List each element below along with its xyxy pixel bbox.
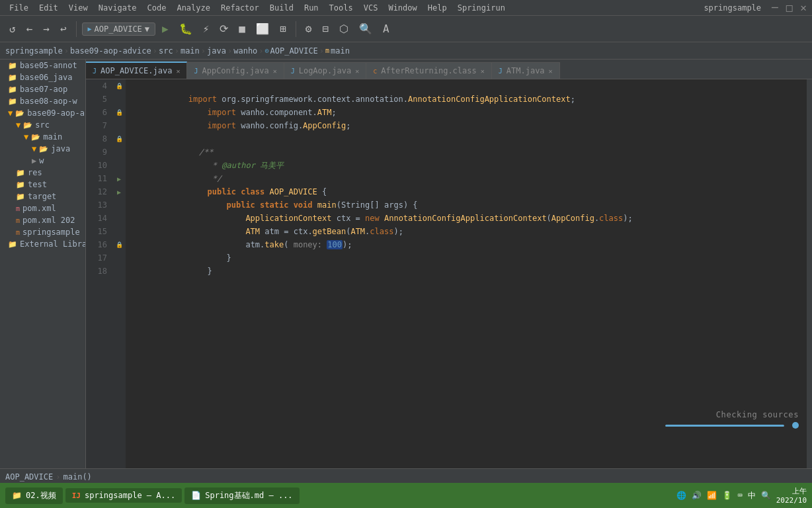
gutter-12[interactable]: ▶	[112, 185, 126, 198]
settings-button[interactable]: ⚙	[302, 20, 316, 38]
folder-icon: 📁	[16, 181, 25, 189]
breadcrumb-method[interactable]: main	[331, 46, 350, 56]
breadcrumb-project[interactable]: springsample	[5, 46, 63, 56]
gutter-4: 🔒	[112, 79, 126, 93]
run-button[interactable]: ▶	[158, 20, 173, 38]
translate-button[interactable]: A	[379, 20, 393, 38]
taskbar-item-typora[interactable]: 📄 Spring基础.md – ...	[184, 487, 299, 504]
gutter-13	[112, 198, 126, 212]
tab-appconfig[interactable]: J AppConfig.java ✕	[187, 62, 284, 79]
sidebar-item-base06[interactable]: 📁 base06_java	[0, 71, 85, 83]
gutter-11[interactable]: ▶	[112, 172, 126, 185]
breadcrumb-wanho[interactable]: wanho	[233, 46, 257, 56]
taskbar-item-videos[interactable]: 📁 02.视频	[5, 487, 63, 504]
sidebar-label: pom.xml 202	[22, 216, 75, 225]
breadcrumb-java[interactable]: java	[207, 46, 226, 56]
menu-window[interactable]: Window	[384, 2, 421, 14]
build-button[interactable]: ⬜	[252, 20, 273, 38]
profile-button[interactable]: ⟳	[216, 20, 232, 38]
tab-aop-advice[interactable]: J AOP_ADVICE.java ✕	[86, 62, 187, 79]
minimize-button[interactable]: ─	[772, 1, 778, 14]
code-editor[interactable]: 4 5 6 7 8 9 10 11 12 13 14 15 16 17 18	[86, 79, 812, 468]
breadcrumb-main[interactable]: main	[181, 46, 200, 56]
stop-button[interactable]: ■	[235, 20, 249, 38]
menu-build[interactable]: Build	[266, 2, 298, 14]
line-num-7: 7	[86, 119, 112, 132]
menu-view[interactable]: View	[65, 2, 92, 14]
coverage-button[interactable]: ⚡	[199, 20, 214, 38]
java-file-icon: J	[194, 67, 198, 75]
sidebar-item-base05[interactable]: 📁 base05-annot	[0, 60, 85, 71]
debug-button[interactable]: 🐛	[175, 20, 196, 38]
sidebar-item-springsample[interactable]: m springsample	[0, 226, 85, 238]
folder-icon: 📂	[31, 133, 40, 142]
menu-edit[interactable]: Edit	[35, 2, 62, 14]
sidebar-item-external-libs[interactable]: 📁 External Librar	[0, 238, 85, 250]
tab-close-button[interactable]: ✕	[273, 67, 277, 75]
bookmark-button[interactable]: ⬡	[335, 20, 352, 38]
menu-analyze[interactable]: Analyze	[173, 2, 214, 14]
tab-close-button[interactable]: ✕	[176, 67, 180, 75]
sidebar-item-base07[interactable]: 📁 base07-aop	[0, 83, 85, 95]
history-button[interactable]: →	[39, 20, 54, 38]
structure-button[interactable]: ⊟	[318, 20, 333, 38]
sidebar-item-src[interactable]: ▼ 📂 src	[0, 119, 85, 131]
right-scrollbar[interactable]	[807, 79, 812, 468]
sync-button[interactable]: ⊞	[276, 20, 290, 38]
menu-help[interactable]: Help	[424, 2, 451, 14]
run-here-icon[interactable]: ▶	[117, 189, 121, 196]
forward-button[interactable]: ←	[22, 20, 37, 38]
run-config-label: AOP_ADVICE	[95, 24, 142, 34]
menu-vcs[interactable]: VCS	[360, 2, 382, 14]
folder-icon: 📁	[8, 73, 17, 82]
back-button[interactable]: ↺	[5, 20, 20, 38]
tab-close-button[interactable]: ✕	[549, 67, 553, 75]
tab-logaop[interactable]: J LogAop.java ✕	[284, 62, 367, 79]
tab-afterreturning[interactable]: c AfterReturning.class ✕	[366, 62, 492, 79]
taskbar-item-intellij[interactable]: IJ springsample – A...	[65, 488, 183, 503]
run-config-dropdown[interactable]: ▶ AOP_ADVICE ▼	[82, 22, 156, 36]
sidebar-item-pom-xml[interactable]: m pom.xml	[0, 202, 85, 214]
menu-refactor[interactable]: Refactor	[217, 2, 263, 14]
bottom-breadcrumb-method[interactable]: main()	[63, 472, 91, 482]
sidebar-item-pom-xml2[interactable]: m pom.xml 202	[0, 214, 85, 226]
sidebar-item-java-folder[interactable]: ▼ 📂 java	[0, 143, 85, 155]
sidebar-label: springsample	[22, 228, 80, 237]
menu-run[interactable]: Run	[300, 2, 323, 14]
close-button[interactable]: ✕	[800, 1, 807, 14]
line-num-9: 9	[86, 146, 112, 159]
separator2	[296, 21, 296, 37]
sidebar-item-main[interactable]: ▼ 📂 main	[0, 131, 85, 143]
sidebar-item-target[interactable]: 📁 target	[0, 190, 85, 202]
sys-icon-sound: 🔊	[692, 491, 702, 500]
clock: 上午 2022/10	[776, 486, 807, 505]
window-title: springsample	[704, 3, 761, 13]
menu-file[interactable]: File	[5, 2, 32, 14]
sidebar-label: test	[28, 180, 47, 189]
class-file-icon: c	[373, 67, 377, 75]
menu-springirun[interactable]: Springirun	[454, 2, 509, 14]
bottom-breadcrumb-class[interactable]: AOP_ADVICE	[5, 472, 53, 482]
breadcrumb-module[interactable]: base09-aop-advice	[70, 46, 151, 56]
tab-close-button[interactable]: ✕	[355, 67, 359, 75]
menu-code[interactable]: Code	[143, 2, 171, 14]
undo-button[interactable]: ↩	[56, 20, 71, 38]
run-here-icon[interactable]: ▶	[117, 175, 121, 183]
sidebar-item-base08[interactable]: 📁 base08-aop-w	[0, 95, 85, 107]
search-button[interactable]: 🔍	[355, 20, 376, 38]
line-num-16: 16	[86, 238, 112, 251]
sidebar: 📁 base05-annot 📁 base06_java 📁 base07-ao…	[0, 60, 86, 468]
sidebar-item-w-folder[interactable]: ▶ w	[0, 155, 85, 167]
sidebar-item-base09[interactable]: ▼ 📂 base09-aop-a	[0, 107, 85, 119]
maximize-button[interactable]: □	[786, 1, 793, 14]
line-num-11: 11	[86, 172, 112, 185]
breadcrumb-src[interactable]: src	[159, 46, 173, 56]
taskbar-label: 02.视频	[26, 490, 56, 501]
tab-atm[interactable]: J ATM.java ✕	[492, 62, 560, 79]
sidebar-item-res[interactable]: 📁 res	[0, 167, 85, 179]
tab-close-button[interactable]: ✕	[481, 67, 485, 75]
menu-tools[interactable]: Tools	[325, 2, 357, 14]
breadcrumb-class[interactable]: AOP_ADVICE	[270, 46, 318, 56]
menu-navigate[interactable]: Navigate	[95, 2, 141, 14]
sidebar-item-test[interactable]: 📁 test	[0, 179, 85, 190]
